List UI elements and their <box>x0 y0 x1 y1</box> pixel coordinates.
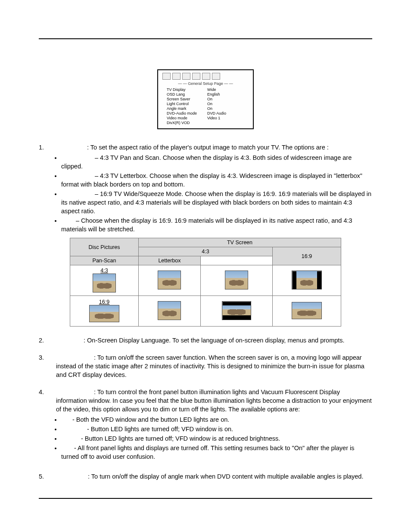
setup-icon-row <box>158 70 253 81</box>
thumb-43-panscan <box>158 271 181 289</box>
setup-rows: TV DisplayWide OSD LangEnglish Screen Sa… <box>158 87 253 128</box>
th-disc-pictures: Disc Pictures <box>70 238 139 256</box>
setup-label: Light Control <box>167 102 207 106</box>
option-text: – 4:3 TV Pan and Scan. Choose when the d… <box>61 154 352 170</box>
setup-box: — — General Setup Page — — TV DisplayWid… <box>157 69 254 129</box>
setup-title: — — General Setup Page — — <box>158 81 253 87</box>
cell-43-ps <box>139 265 201 296</box>
item-text: : To set the aspect ratio of the player'… <box>87 144 329 151</box>
row-label: 16:9 <box>71 299 138 305</box>
item-angle-mark: 5. : To turn on/off the display of angle… <box>39 472 372 481</box>
setup-label: DVD-Audio mode <box>167 111 207 115</box>
option-letterbox: – 4:3 TV Letterbox. Choose when the disp… <box>61 171 372 189</box>
setup-value: On <box>207 102 248 106</box>
setup-label: Screen Saver <box>167 97 207 101</box>
thumb-169-panscan <box>158 301 181 320</box>
cell-169-ps <box>139 296 201 327</box>
footer-rule <box>39 498 372 499</box>
cell-169-169 <box>273 296 341 327</box>
setup-tab-icon <box>182 73 190 80</box>
item-body: : On-Screen Display Language. To set the… <box>56 336 372 345</box>
setup-label: TV Display <box>167 87 207 92</box>
item-number: 5. <box>39 472 46 481</box>
setup-tab-icon <box>202 73 210 80</box>
thumb-43-src <box>93 274 116 292</box>
item-body: : To set the aspect ratio of the player'… <box>56 143 372 152</box>
option-pan-scan: – 4:3 TV Pan and Scan. Choose when the d… <box>61 153 372 171</box>
setup-label: DivX(R) VOD <box>167 121 207 125</box>
aspect-ratio-table: Disc Pictures TV Screen 4:3 16:9 Pan-Sca… <box>70 238 341 327</box>
item-number: 3. <box>39 353 46 379</box>
item-text: : To turn on/off the screen saver functi… <box>56 354 364 378</box>
item-text: : To turn control the front panel button… <box>56 389 372 413</box>
item-number: 4. <box>39 388 46 414</box>
cell-src-169: 16:9 <box>70 296 139 327</box>
setup-value: On <box>207 97 248 101</box>
item-osd-lang: 2. : On-Screen Display Language. To set … <box>39 336 372 345</box>
th-letterbox: Letterbox <box>139 256 201 265</box>
cell-src-43: 4:3 <box>70 265 139 296</box>
option-text: - Button LED lights are turned off; VFD … <box>81 435 280 442</box>
setup-tab-icon <box>172 73 181 80</box>
item-number: 2. <box>39 336 46 345</box>
setup-label: Angle mark <box>167 106 207 111</box>
item-number: 1. <box>39 143 46 152</box>
setup-value: English <box>207 92 248 96</box>
cell-43-169 <box>273 265 341 296</box>
light-option: - Button LED lights are turned off; VFD … <box>61 425 372 433</box>
thumb-169-on-169 <box>292 302 322 319</box>
option-text: - All front panel lights and displays ar… <box>61 445 355 460</box>
item-text: : On-Screen Display Language. To set the… <box>84 337 345 344</box>
setup-value: Video 1 <box>207 116 248 120</box>
item-tv-display: 1. : To set the aspect ratio of the play… <box>39 143 372 152</box>
item-body: : To turn on/off the display of angle ma… <box>56 472 372 481</box>
row-label: 4:3 <box>71 268 138 274</box>
setup-tab-icon <box>192 73 200 80</box>
th-tv-screen: TV Screen <box>139 238 341 247</box>
cell-43-lb <box>200 265 272 296</box>
th-43: 4:3 <box>139 247 273 256</box>
setup-value: DVD Audio <box>207 111 248 115</box>
setup-label: Video mode <box>167 116 207 120</box>
light-control-options: - Both the VFD window and the button LED… <box>39 415 372 461</box>
thumb-43-on-169 <box>292 271 322 289</box>
option-wide: – Choose when the display is 16:9. 16:9 … <box>61 216 372 233</box>
light-option: - All front panel lights and displays ar… <box>61 444 372 461</box>
th-panscan: Pan-Scan <box>70 256 139 265</box>
light-option: - Button LED lights are turned off; VFD … <box>61 434 372 443</box>
th-169: 16:9 <box>273 247 341 265</box>
cell-169-lb <box>200 296 272 327</box>
option-text: - Button LED lights are turned off; VFD … <box>87 426 233 432</box>
setup-tab-icon <box>162 73 171 80</box>
setup-value <box>207 121 248 125</box>
option-text: – 4:3 TV Letterbox. Choose when the disp… <box>61 172 362 188</box>
tv-display-options: – 4:3 TV Pan and Scan. Choose when the d… <box>39 153 372 233</box>
item-screen-saver: 3. : To turn on/off the screen saver fun… <box>39 353 372 379</box>
item-text: : To turn on/off the display of angle ma… <box>88 473 363 480</box>
item-body: : To turn on/off the screen saver functi… <box>56 353 372 379</box>
option-squeeze: – 16:9 TV Wide/Squeeze Mode. Choose when… <box>61 190 372 215</box>
setup-value: Wide <box>207 87 248 92</box>
light-option: - Both the VFD window and the button LED… <box>61 415 372 424</box>
item-body: : To turn control the front panel button… <box>56 388 372 414</box>
option-text: – Choose when the display is 16:9. 16:9 … <box>61 217 352 233</box>
setup-tab-icon <box>212 73 220 80</box>
option-text: – 16:9 TV Wide/Squeeze Mode. Choose when… <box>61 190 371 215</box>
thumb-169-src <box>89 305 119 322</box>
thumb-43-letterbox <box>225 271 248 289</box>
setup-value: On <box>207 106 248 111</box>
header-rule <box>39 38 372 39</box>
option-text: - Both the VFD window and the button LED… <box>72 416 229 423</box>
setup-label: OSD Lang <box>167 92 207 96</box>
item-light-control: 4. : To turn control the front panel but… <box>39 388 372 414</box>
thumb-169-letterbox <box>222 301 251 320</box>
